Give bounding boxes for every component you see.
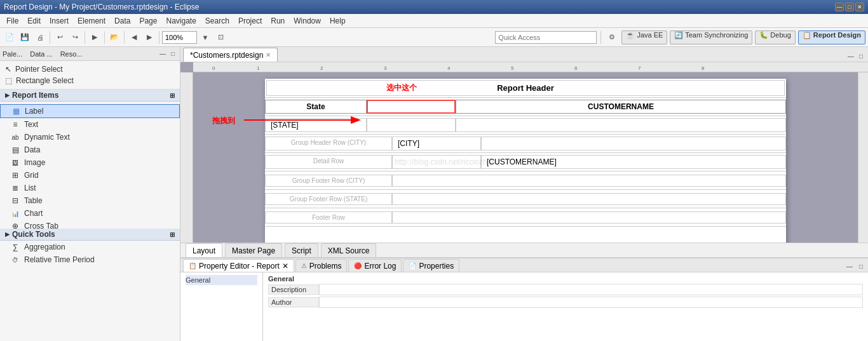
report-items-icon: ⊞: [170, 92, 175, 99]
editor-minimize[interactable]: —: [846, 51, 855, 60]
customers-tab[interactable]: *Customers.rptdesign ✕: [183, 48, 278, 62]
table-item-label: Table: [24, 196, 43, 205]
property-editor-tab[interactable]: 📋 Property Editor - Report ✕: [183, 259, 294, 272]
script-tab-label: Script: [292, 246, 311, 255]
perspective-team[interactable]: 🔄 Team Synchronizing: [670, 30, 752, 44]
error-log-tab[interactable]: 🔴 Error Log: [348, 259, 402, 272]
label-item[interactable]: Label: [0, 104, 180, 118]
layout-tab[interactable]: Layout: [186, 243, 222, 257]
menu-project[interactable]: Project: [234, 15, 266, 27]
ruler-left: [180, 72, 193, 243]
maximize-button[interactable]: □: [845, 3, 854, 11]
script-tab[interactable]: Script: [285, 243, 318, 257]
redo-button[interactable]: ↪: [68, 30, 82, 44]
report-items-header[interactable]: Report Items ⊞: [0, 90, 180, 102]
left-panel: Pale... Data ... Reso... — □ Pointer Sel…: [0, 47, 180, 341]
grid-item-label: Grid: [24, 171, 39, 180]
menu-window[interactable]: Window: [290, 15, 325, 27]
editor-maximize[interactable]: □: [857, 51, 865, 60]
text-item[interactable]: Text: [0, 118, 180, 131]
data-item[interactable]: Data: [0, 144, 180, 156]
zoom-input[interactable]: [162, 31, 197, 44]
perspective-debug[interactable]: 🐛 Debug: [755, 30, 795, 44]
description-label: Description: [268, 284, 319, 295]
list-item[interactable]: List: [0, 182, 180, 194]
zoom-dropdown[interactable]: ▼: [198, 30, 212, 44]
titlebar: Report Design - My Project/Customers.rpt…: [0, 0, 868, 14]
table-item[interactable]: Table: [0, 194, 180, 207]
relative-time-label: Relative Time Period: [24, 255, 95, 264]
table-icon: [10, 196, 20, 206]
author-input[interactable]: [319, 297, 863, 308]
open-button[interactable]: 📂: [107, 30, 121, 44]
crosstab-item[interactable]: Cross Tab: [0, 220, 180, 229]
run-button[interactable]: ▶: [88, 30, 102, 44]
master-page-tab-label: Master Page: [232, 246, 275, 255]
xml-source-tab[interactable]: XML Source: [321, 243, 377, 257]
relative-time-item[interactable]: Relative Time Period: [0, 253, 180, 266]
chart-item[interactable]: Chart: [0, 207, 180, 220]
vertical-scrollbar[interactable]: [858, 72, 868, 243]
menu-help[interactable]: Help: [326, 15, 349, 27]
quick-tools-header[interactable]: Quick Tools ⊞: [0, 229, 180, 241]
forward-button[interactable]: ▶: [142, 30, 156, 44]
minimize-panel-button[interactable]: —: [158, 50, 167, 58]
group-footer-state-section: Group Footer Row (STATE): [265, 190, 786, 208]
back-button[interactable]: ◀: [127, 30, 141, 44]
perspective-reportdesign[interactable]: 📋 Report Design: [798, 30, 865, 44]
menu-page[interactable]: Page: [135, 15, 161, 27]
crosstab-icon: [10, 221, 20, 229]
property-editor-tab-label: Property Editor - Report: [199, 262, 280, 271]
property-editor-tab-close[interactable]: ✕: [282, 262, 288, 271]
report-header-content: Report Header: [265, 79, 786, 97]
grid-item[interactable]: Grid: [0, 169, 180, 182]
undo-button[interactable]: ↩: [53, 30, 67, 44]
perspective-javaee[interactable]: ☕ Java EE: [621, 30, 667, 44]
canvas-area[interactable]: 0 1 2 3 4 5 6 7 8: [180, 62, 868, 243]
print-button[interactable]: 🖨: [33, 30, 47, 44]
properties-icon: 📄: [409, 262, 416, 269]
menu-element[interactable]: Element: [74, 15, 109, 27]
menu-data[interactable]: Data: [111, 15, 134, 27]
rectangle-select-item[interactable]: Rectangle Select: [0, 75, 180, 86]
chart-item-label: Chart: [24, 209, 43, 218]
perspective-settings[interactable]: ⚙: [605, 30, 619, 44]
grid-icon: [10, 170, 20, 180]
customers-tab-close[interactable]: ✕: [266, 51, 271, 58]
menu-search[interactable]: Search: [201, 15, 233, 27]
quick-access-input[interactable]: [495, 31, 597, 44]
save-button[interactable]: 💾: [18, 30, 32, 44]
dyntext-icon: [10, 132, 20, 142]
master-page-tab[interactable]: Master Page: [225, 243, 282, 257]
zoom-fit[interactable]: ⊡: [214, 30, 227, 44]
pointer-select-item[interactable]: Pointer Select: [0, 64, 180, 75]
menu-edit[interactable]: Edit: [24, 15, 44, 27]
menu-insert[interactable]: Insert: [46, 15, 72, 27]
menu-run[interactable]: Run: [267, 15, 288, 27]
close-button[interactable]: ✕: [855, 3, 864, 11]
new-button[interactable]: 📄: [3, 30, 17, 44]
properties-nav-item[interactable]: General: [186, 275, 257, 285]
description-input[interactable]: [319, 284, 863, 295]
menu-file[interactable]: File: [3, 15, 22, 27]
properties-tab[interactable]: 📄 Properties: [403, 259, 459, 272]
palette-tab-reso[interactable]: Reso...: [60, 50, 83, 58]
image-item[interactable]: Image: [0, 156, 180, 169]
property-minimize[interactable]: —: [845, 262, 854, 271]
author-label: Author: [268, 297, 319, 307]
problems-tab[interactable]: ⚠ Problems: [295, 259, 348, 272]
quick-tools-title: Quick Tools: [12, 230, 55, 239]
minimize-button[interactable]: —: [835, 3, 844, 11]
menu-navigate[interactable]: Navigate: [162, 15, 200, 27]
property-maximize[interactable]: □: [857, 262, 865, 271]
aggregation-item[interactable]: Aggregation: [0, 241, 180, 253]
problems-icon: ⚠: [301, 262, 307, 269]
toolbar-separator-3: [104, 31, 105, 44]
palette-tab-data[interactable]: Data ...: [30, 50, 52, 58]
state-row-content: State 选中这个 CUSTOMERNAME: [265, 98, 786, 116]
maximize-panel-button[interactable]: □: [168, 50, 177, 58]
dynamic-text-item[interactable]: Dynamic Text: [0, 131, 180, 144]
label-item-label: Label: [25, 107, 43, 116]
palette-tab-pale[interactable]: Pale...: [3, 50, 22, 58]
report-canvas[interactable]: Report Header State 选中这个: [193, 72, 858, 243]
